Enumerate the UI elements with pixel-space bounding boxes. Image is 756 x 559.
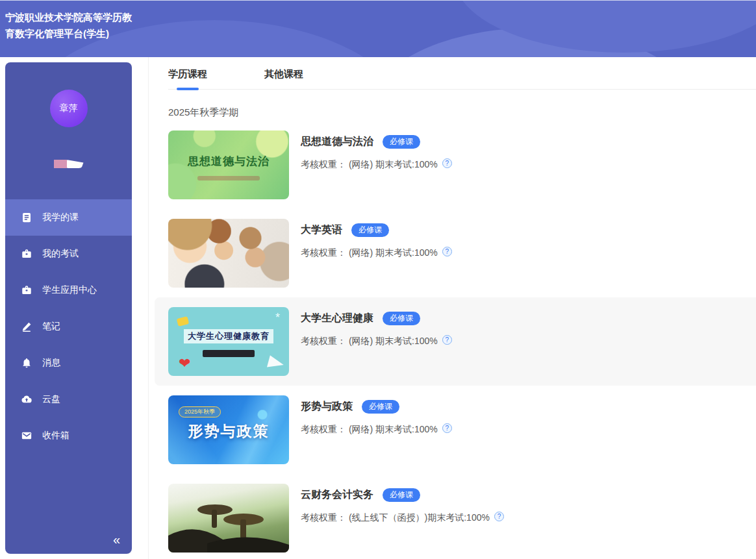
envelope-icon (21, 430, 32, 441)
sidebar-item-label: 我的考试 (42, 248, 79, 260)
course-info: 形势与政策必修课考核权重： (网络) 期末考试:100%? (301, 395, 452, 436)
assessment-weight-text: 考核权重： (线上线下（函授）)期末考试:100% (301, 512, 490, 523)
course-info: 云财务会计实务必修课考核权重： (线上线下（函授）)期末考试:100%? (301, 484, 504, 524)
pen-icon (21, 321, 32, 332)
assessment-weight-text: 考核权重： (网络) 期末考试:100% (301, 159, 438, 169)
heart-icon: ❤ (179, 355, 190, 372)
tab-bar: 学历课程其他课程 (168, 57, 756, 90)
course-title-row: 形势与政策必修课 (301, 400, 452, 414)
sidebar-item-label: 学生应用中心 (42, 284, 97, 296)
thumb-season-badge: 2025年秋季 (179, 406, 221, 417)
assessment-weight-text: 考核权重： (网络) 期末考试:100% (301, 424, 438, 434)
course-detail: 考核权重： (网络) 期末考试:100%? (301, 158, 452, 171)
thumb-title-band: 大学生心理健康教育 (173, 329, 284, 343)
sidebar-item-label: 收件箱 (42, 430, 69, 441)
sidebar-item-messages[interactable]: 消息 (5, 345, 132, 381)
sidebar-item-label: 我学的课 (42, 212, 79, 223)
page: 宁波职业技术学院高等学历教育数字化管理平台(学生) 章萍 我学的课我的考试学生应… (0, 0, 756, 559)
briefcase-icon (21, 248, 32, 260)
sidebar-item-notes[interactable]: 笔记 (5, 308, 132, 345)
briefcase-icon (21, 284, 32, 296)
course-thumbnail[interactable]: 2025年秋季形势与政策 (168, 395, 289, 464)
course-detail: 考核权重： (网络) 期末考试:100%? (301, 423, 452, 436)
sidebar-item-my-courses[interactable]: 我学的课 (5, 199, 132, 236)
paper-plane-icon (267, 355, 285, 371)
thumb-title: 形势与政策 (168, 421, 289, 441)
thumb-title: 思想道德与法治 (168, 154, 289, 169)
course-title[interactable]: 大学生心理健康 (301, 312, 373, 325)
assessment-weight-text: 考核权重： (网络) 期末考试:100% (301, 247, 438, 258)
course-title[interactable]: 形势与政策 (301, 400, 353, 414)
course-title-row: 思想道德与法治必修课 (301, 135, 452, 149)
sidebar-item-student-app-center[interactable]: 学生应用中心 (5, 272, 132, 308)
user-name-redacted (53, 156, 85, 170)
course-thumbnail[interactable]: 思想道德与法治 (168, 130, 289, 199)
course-title-row: 大学生心理健康必修课 (301, 312, 452, 325)
course-detail: 考核权重： (网络) 期末考试:100%? (301, 335, 452, 347)
sidebar-item-cloud-drive[interactable]: 云盘 (5, 381, 132, 417)
course-info: 思想道德与法治必修课考核权重： (网络) 期末考试:100%? (301, 130, 452, 171)
course-row[interactable]: 大学生心理健康教育❤大学生心理健康必修课考核权重： (网络) 期末考试:100%… (155, 297, 756, 386)
help-icon[interactable]: ? (494, 512, 504, 521)
course-row[interactable]: 思想道德与法治思想道德与法治必修课考核权重： (网络) 期末考试:100%? (168, 121, 756, 209)
sidebar-menu: 我学的课我的考试学生应用中心笔记消息云盘收件箱 (5, 199, 132, 454)
course-title-row: 云财务会计实务必修课 (301, 488, 504, 502)
app-title: 宁波职业技术学院高等学历教育数字化管理平台(学生) (5, 9, 140, 42)
course-detail: 考核权重： (网络) 期末考试:100%? (301, 247, 452, 259)
avatar[interactable]: 章萍 (50, 90, 88, 127)
book-icon (21, 212, 32, 223)
course-list: 思想道德与法治思想道德与法治必修课考核权重： (网络) 期末考试:100%?大学… (168, 121, 756, 559)
course-row[interactable]: 云财务会计实务必修课考核权重： (线上线下（函授）)期末考试:100%? (168, 474, 756, 559)
course-title[interactable]: 云财务会计实务 (301, 488, 373, 502)
sidebar-item-label: 云盘 (42, 393, 60, 405)
required-course-badge: 必修课 (383, 135, 420, 149)
required-course-badge: 必修课 (351, 223, 389, 237)
thumb-subtitle-blur (203, 350, 255, 357)
course-row[interactable]: 大学英语必修课考核权重： (网络) 期末考试:100%? (168, 209, 756, 297)
help-icon[interactable]: ? (442, 423, 452, 433)
mushrooms-photo (168, 484, 289, 553)
course-title-row: 大学英语必修课 (301, 223, 452, 237)
course-title[interactable]: 思想道德与法治 (301, 135, 373, 149)
sidebar: 章萍 我学的课我的考试学生应用中心笔记消息云盘收件箱 « (5, 62, 132, 554)
sidebar-collapse-icon[interactable]: « (113, 533, 132, 554)
bell-icon (21, 357, 32, 369)
required-course-badge: 必修课 (383, 488, 420, 502)
sidebar-item-inbox[interactable]: 收件箱 (5, 417, 132, 454)
course-row[interactable]: 2025年秋季形势与政策形势与政策必修课考核权重： (网络) 期末考试:100%… (168, 386, 756, 474)
main-content: 学历课程其他课程 2025年秋季学期 思想道德与法治思想道德与法治必修课考核权重… (148, 57, 756, 559)
semester-label: 2025年秋季学期 (168, 106, 756, 119)
course-detail: 考核权重： (线上线下（函授）)期末考试:100%? (301, 512, 504, 524)
course-info: 大学生心理健康必修课考核权重： (网络) 期末考试:100%? (301, 307, 452, 347)
course-thumbnail[interactable]: 大学生心理健康教育❤ (168, 307, 289, 376)
required-course-badge: 必修课 (362, 400, 399, 414)
sidebar-item-my-exams[interactable]: 我的考试 (5, 236, 132, 272)
help-icon[interactable]: ? (442, 335, 452, 345)
course-thumbnail[interactable] (168, 219, 289, 288)
cloud-upload-icon (21, 393, 32, 405)
tab-other-courses[interactable]: 其他课程 (264, 68, 303, 89)
course-info: 大学英语必修课考核权重： (网络) 期末考试:100%? (301, 219, 452, 259)
course-thumbnail[interactable] (168, 484, 289, 553)
sidebar-item-label: 消息 (42, 357, 60, 369)
assessment-weight-text: 考核权重： (网络) 期末考试:100% (301, 336, 438, 346)
required-course-badge: 必修课 (383, 312, 420, 325)
thumb-title: 大学生心理健康教育 (184, 329, 273, 343)
help-icon[interactable]: ? (442, 158, 452, 168)
app-header: 宁波职业技术学院高等学历教育数字化管理平台(学生) (0, 0, 756, 57)
sidebar-item-label: 笔记 (42, 321, 60, 332)
help-icon[interactable]: ? (442, 247, 452, 256)
course-title[interactable]: 大学英语 (301, 223, 342, 237)
thumb-subtitle-blur (197, 176, 260, 180)
tab-degree-courses[interactable]: 学历课程 (168, 68, 207, 89)
